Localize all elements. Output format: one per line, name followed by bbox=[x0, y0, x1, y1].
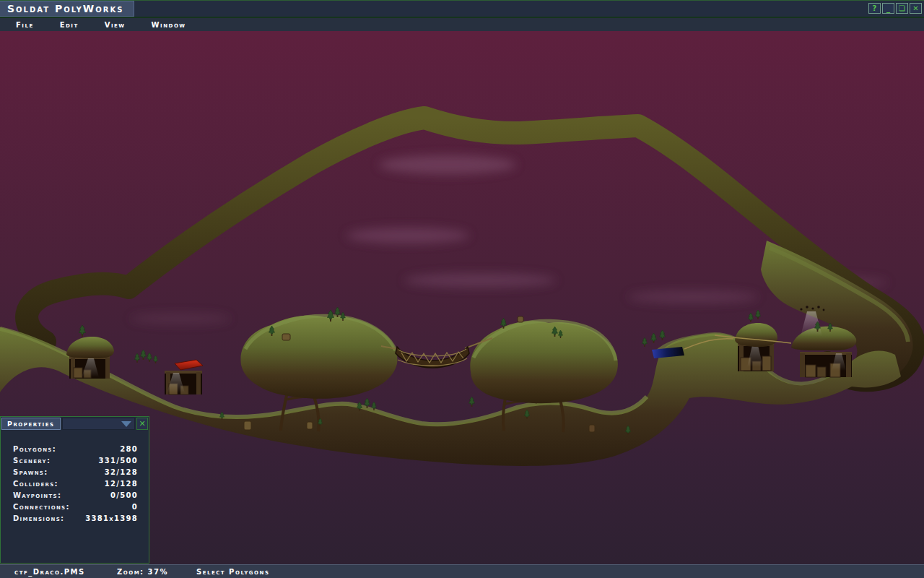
prop-row-spawns: Spawns: 32/128 bbox=[1, 466, 149, 478]
status-zoom: Zoom: 37% bbox=[117, 568, 168, 576]
panel-close-button[interactable]: ✕ bbox=[136, 418, 148, 430]
prop-row-polygons: Polygons: 280 bbox=[1, 443, 149, 454]
prop-row-connections: Connections: 0 bbox=[1, 501, 149, 512]
minimize-button[interactable]: _ bbox=[882, 3, 894, 14]
prop-row-waypoints: Waypoints: 0/500 bbox=[1, 489, 149, 501]
properties-panel: Properties ✕ Polygons: 280 Scenery: 331/… bbox=[0, 416, 149, 564]
hut-left[interactable] bbox=[66, 337, 114, 379]
terrain-mound-right[interactable] bbox=[470, 321, 618, 403]
menu-edit[interactable]: Edit bbox=[60, 21, 79, 29]
menu-view[interactable]: View bbox=[105, 21, 126, 29]
close-icon: ✕ bbox=[139, 419, 145, 428]
app-title: Soldat PolyWorks bbox=[7, 3, 123, 14]
menu-file[interactable]: File bbox=[16, 21, 34, 29]
properties-title: Properties bbox=[7, 420, 55, 428]
prop-row-colliders: Colliders: 12/128 bbox=[1, 478, 149, 489]
menu-bar: File Edit View Window bbox=[0, 18, 924, 31]
close-button[interactable]: ✕ bbox=[910, 3, 922, 14]
properties-tab[interactable]: Properties bbox=[1, 418, 61, 430]
hut-right-a[interactable] bbox=[735, 323, 777, 371]
properties-panel-header: Properties ✕ bbox=[1, 418, 148, 430]
panel-slot bbox=[62, 418, 136, 430]
restore-button[interactable]: ❏ bbox=[896, 3, 908, 14]
prop-row-dimensions: Dimensions: 3381x1398 bbox=[1, 512, 149, 524]
window-controls: ? _ ❏ ✕ bbox=[868, 3, 922, 14]
properties-rows: Polygons: 280 Scenery: 331/500 Spawns: 3… bbox=[1, 443, 149, 524]
status-filename: ctf_Draco.PMS bbox=[14, 568, 85, 576]
menu-window[interactable]: Window bbox=[152, 21, 186, 29]
status-bar: ctf_Draco.PMS Zoom: 37% Select Polygons bbox=[0, 564, 924, 578]
title-bar: Soldat PolyWorks ? _ ❏ ✕ bbox=[0, 1, 924, 18]
status-tool: Select Polygons bbox=[196, 568, 269, 576]
help-button[interactable]: ? bbox=[868, 3, 881, 14]
prop-row-scenery: Scenery: 331/500 bbox=[1, 454, 149, 466]
terrain-mound-left[interactable] bbox=[240, 315, 397, 398]
collapse-arrow-icon[interactable] bbox=[121, 421, 131, 427]
app-window: Soldat PolyWorks ? _ ❏ ✕ File Edit View … bbox=[0, 0, 924, 578]
title-box: Soldat PolyWorks bbox=[0, 1, 134, 17]
